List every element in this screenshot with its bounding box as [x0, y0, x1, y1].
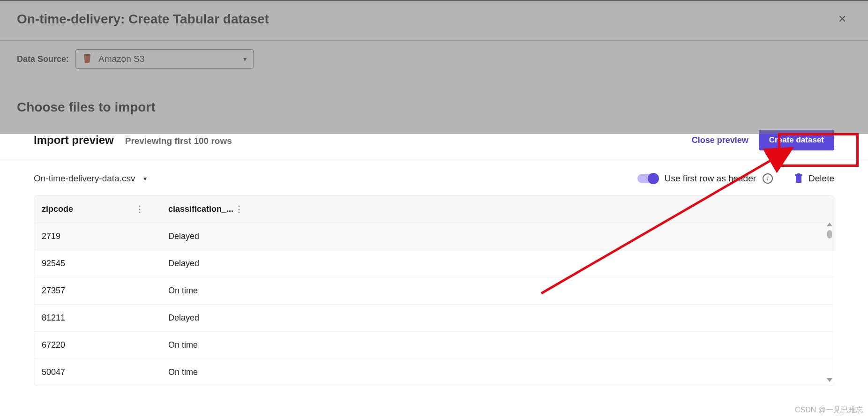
column-header-classification[interactable]: classification_... ⋮ [161, 195, 834, 223]
delete-button[interactable]: Delete [794, 173, 834, 184]
scroll-up-icon[interactable] [827, 223, 832, 226]
data-source-label: Data Source: [17, 54, 69, 64]
svg-rect-4 [797, 173, 800, 175]
cell-zipcode: 27357 [34, 277, 161, 305]
table-row[interactable]: 2719Delayed [34, 223, 834, 250]
scroll-thumb[interactable] [827, 230, 832, 239]
page-title: On-time-delivery: Create Tabular dataset [17, 12, 269, 27]
info-icon[interactable]: i [763, 173, 773, 184]
cell-zipcode: 81211 [34, 305, 161, 332]
column-menu-icon[interactable]: ⋮ [135, 204, 144, 214]
scrollbar[interactable] [826, 223, 833, 382]
cell-zipcode: 67220 [34, 332, 161, 359]
data-source-row: Data Source: Amazon S3 ▾ [0, 41, 868, 77]
trash-icon [794, 173, 803, 184]
create-dataset-button[interactable]: Create dataset [759, 130, 834, 150]
cell-classification: Delayed [161, 250, 834, 277]
cell-classification: On time [161, 277, 834, 305]
table-row[interactable]: 92545Delayed [34, 250, 834, 277]
table-row[interactable]: 27357On time [34, 277, 834, 305]
column-label: classification_... [168, 204, 233, 214]
preview-controls-row: On-time-delivery-data.csv ▾ Use first ro… [0, 161, 868, 195]
data-source-select[interactable]: Amazon S3 ▾ [75, 49, 254, 69]
caret-down-icon: ▾ [243, 55, 247, 63]
cell-classification: On time [161, 332, 834, 359]
caret-down-icon: ▾ [143, 175, 147, 182]
cell-zipcode: 92545 [34, 250, 161, 277]
cell-classification: Delayed [161, 305, 834, 332]
table-row[interactable]: 81211Delayed [34, 305, 834, 332]
cell-classification: Delayed [161, 223, 834, 250]
column-label: zipcode [42, 204, 73, 214]
watermark: CSDN @一见已难忘 [795, 405, 863, 415]
scroll-down-icon[interactable] [827, 378, 832, 382]
delete-label: Delete [808, 173, 834, 184]
table-header-row: zipcode ⋮ classification_... ⋮ [34, 195, 834, 223]
close-preview-button[interactable]: Close preview [692, 135, 748, 145]
table-row[interactable]: 50047On time [34, 359, 834, 386]
import-preview-bar: Import preview Previewing first 100 rows… [0, 121, 868, 161]
import-preview-subtitle: Previewing first 100 rows [125, 136, 232, 146]
close-icon[interactable]: ✕ [833, 11, 851, 27]
column-header-zipcode[interactable]: zipcode ⋮ [34, 195, 161, 223]
preview-table: zipcode ⋮ classification_... ⋮ 2719Delay… [34, 195, 834, 386]
title-bar: On-time-delivery: Create Tabular dataset… [0, 1, 868, 40]
toggle-knob [648, 173, 659, 184]
cell-zipcode: 2719 [34, 223, 161, 250]
amazon-s3-icon [82, 53, 92, 65]
cell-classification: On time [161, 359, 834, 386]
header-row-toggle-label: Use first row as header [665, 173, 756, 184]
header-row-toggle[interactable] [637, 174, 658, 183]
cell-zipcode: 50047 [34, 359, 161, 386]
data-source-value: Amazon S3 [98, 54, 144, 64]
file-dropdown[interactable]: On-time-delivery-data.csv ▾ [34, 173, 147, 184]
file-name: On-time-delivery-data.csv [34, 173, 135, 184]
svg-point-0 [84, 54, 90, 56]
import-preview-title: Import preview [34, 134, 114, 147]
choose-files-heading: Choose files to import [0, 77, 868, 121]
column-menu-icon[interactable]: ⋮ [235, 204, 243, 214]
svg-rect-2 [796, 176, 801, 183]
table-row[interactable]: 67220On time [34, 332, 834, 359]
